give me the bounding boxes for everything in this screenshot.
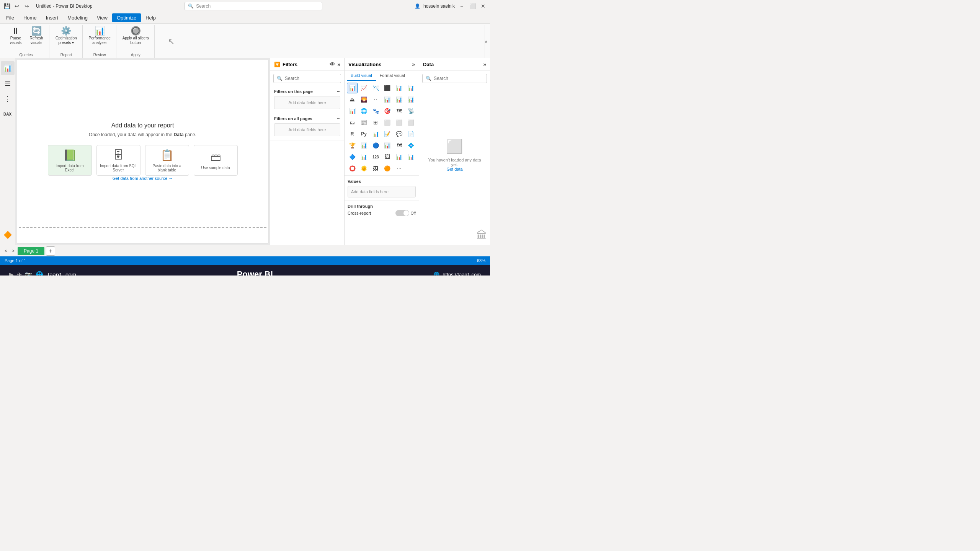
filters-search-input[interactable] bbox=[285, 76, 338, 81]
data-search-box[interactable]: 🔍 bbox=[422, 74, 487, 83]
viz-icon-more[interactable]: ··· bbox=[394, 163, 405, 174]
brand-web-icon[interactable]: 🌐 bbox=[36, 271, 43, 276]
restore-btn[interactable]: ⬜ bbox=[469, 2, 476, 10]
data-expand-icon[interactable]: » bbox=[483, 61, 486, 67]
viz-icon-21[interactable]: ⬜ bbox=[382, 117, 393, 128]
viz-icon-23[interactable]: ⬜ bbox=[405, 117, 416, 128]
optimization-presets-btn[interactable]: ⚙️ Optimizationpresets ▾ bbox=[53, 25, 79, 47]
page-1-tab[interactable]: Page 1 bbox=[18, 247, 44, 255]
viz-icon-34[interactable]: 🔷 bbox=[347, 152, 358, 162]
viz-icon-25[interactable]: 📝 bbox=[382, 129, 393, 139]
filters-all-pages-options[interactable]: ··· bbox=[337, 116, 340, 121]
viz-icon-40[interactable]: ⭕ bbox=[347, 163, 358, 174]
filters-on-page-options[interactable]: ··· bbox=[337, 89, 340, 94]
viz-icon-26[interactable]: 💬 bbox=[394, 129, 405, 139]
viz-icon-0[interactable]: 📊 bbox=[347, 83, 358, 93]
tab-format-visual[interactable]: Format visual bbox=[376, 71, 409, 81]
viz-icon-15[interactable]: 🎯 bbox=[382, 106, 393, 116]
data-search-input[interactable] bbox=[434, 76, 483, 81]
viz-icon-11[interactable]: 📊 bbox=[405, 94, 416, 105]
import-sql-card[interactable]: 🗄 Import data from SQL Server bbox=[96, 145, 140, 176]
ribbon-collapse-btn[interactable]: ∧ bbox=[485, 25, 487, 58]
viz-icon-3[interactable]: ⬛ bbox=[382, 83, 393, 93]
viz-icon-36[interactable]: 123 bbox=[370, 152, 381, 162]
viz-icon-35[interactable]: 📊 bbox=[359, 152, 369, 162]
dax-icon[interactable]: DAX bbox=[1, 107, 15, 121]
table-view-icon[interactable]: ☰ bbox=[1, 77, 15, 90]
viz-icon-5[interactable]: 📊 bbox=[405, 83, 416, 93]
menu-item-help[interactable]: Help bbox=[141, 13, 160, 22]
viz-icon-7[interactable]: 🌄 bbox=[359, 94, 369, 105]
filters-expand-icon[interactable]: » bbox=[337, 61, 340, 67]
viz-icon-37[interactable]: 🖼 bbox=[382, 152, 393, 162]
viz-icon-39[interactable]: 📊 bbox=[405, 152, 416, 162]
menu-item-view[interactable]: View bbox=[92, 13, 112, 22]
viz-icon-19[interactable]: 📰 bbox=[359, 117, 369, 128]
viz-icon-9[interactable]: 📊 bbox=[382, 94, 393, 105]
model-view-icon[interactable]: ⋮ bbox=[1, 92, 15, 106]
add-page-btn[interactable]: + bbox=[46, 246, 55, 256]
viz-icon-py[interactable]: Py bbox=[359, 129, 369, 139]
menu-item-modeling[interactable]: Modeling bbox=[63, 13, 92, 22]
paste-data-card[interactable]: 📋 Paste data into a blank table bbox=[145, 145, 189, 176]
cross-report-toggle[interactable] bbox=[395, 210, 409, 216]
brand-play-icon[interactable]: ▶ bbox=[9, 271, 14, 276]
viz-icon-14[interactable]: 🐾 bbox=[370, 106, 381, 116]
get-data-link[interactable]: Get data from another source → bbox=[113, 176, 173, 181]
viz-icon-43[interactable]: 🟠 bbox=[382, 163, 393, 174]
import-excel-card[interactable]: 📗 Import data from Excel bbox=[48, 145, 92, 176]
viz-icon-8[interactable]: 〰 bbox=[370, 94, 381, 105]
viz-icon-42[interactable]: 🖼 bbox=[370, 163, 381, 174]
refresh-visuals-btn[interactable]: 🔄 Refreshvisuals bbox=[27, 25, 46, 47]
viz-icon-17[interactable]: 📡 bbox=[405, 106, 416, 116]
viz-icon-18[interactable]: 🗂 bbox=[347, 117, 358, 128]
menu-item-insert[interactable]: Insert bbox=[41, 13, 63, 22]
viz-icon-12[interactable]: 📊 bbox=[347, 106, 358, 116]
pause-visuals-btn[interactable]: ⏸ Pausevisuals bbox=[6, 25, 25, 47]
viz-icon-1[interactable]: 📈 bbox=[359, 83, 369, 93]
page-nav-prev[interactable]: < bbox=[3, 248, 9, 254]
viz-icon-10[interactable]: 📊 bbox=[394, 94, 405, 105]
get-data-button[interactable]: Get data bbox=[446, 167, 462, 171]
menu-item-file[interactable]: File bbox=[2, 13, 19, 22]
viz-icon-24[interactable]: 📊 bbox=[370, 129, 381, 139]
report-view-icon[interactable]: 📊 bbox=[1, 61, 15, 75]
viz-icon-30[interactable]: 🔵 bbox=[370, 140, 381, 151]
viz-icon-29[interactable]: 📊 bbox=[359, 140, 369, 151]
viz-icon-6[interactable]: ⛰ bbox=[347, 94, 358, 105]
filters-search-box[interactable]: 🔍 bbox=[273, 74, 341, 83]
brand-instagram-icon[interactable]: 📷 bbox=[25, 271, 33, 276]
brand-url[interactable]: https://taap1.com bbox=[443, 272, 481, 276]
viz-icon-38[interactable]: 📊 bbox=[394, 152, 405, 162]
viz-expand-icon[interactable]: » bbox=[412, 61, 415, 67]
filters-eye-icon[interactable]: 👁 bbox=[330, 61, 335, 67]
viz-icon-41[interactable]: 🌞 bbox=[359, 163, 369, 174]
viz-icon-20[interactable]: ⊞ bbox=[370, 117, 381, 128]
minimize-btn[interactable]: − bbox=[458, 2, 466, 10]
close-btn[interactable]: ✕ bbox=[479, 2, 487, 10]
tab-build-visual[interactable]: Build visual bbox=[347, 71, 376, 81]
viz-icon-22[interactable]: ⬜ bbox=[394, 117, 405, 128]
apply-slicers-btn[interactable]: 🔘 Apply all slicersbutton bbox=[120, 25, 151, 47]
viz-icon-13[interactable]: 🌐 bbox=[359, 106, 369, 116]
menu-item-optimize[interactable]: Optimize bbox=[112, 13, 141, 22]
search-box[interactable]: 🔍 Search bbox=[185, 2, 322, 10]
viz-icon-32[interactable]: 🗺 bbox=[394, 140, 405, 151]
page-nav-next[interactable]: > bbox=[10, 248, 16, 254]
viz-icon-33[interactable]: 💠 bbox=[405, 140, 416, 151]
viz-icon-27[interactable]: 📄 bbox=[405, 129, 416, 139]
performance-analyzer-btn[interactable]: 📊 Performanceanalyzer bbox=[87, 25, 113, 47]
canvas-inner[interactable]: Add data to your report Once loaded, you… bbox=[17, 60, 268, 243]
redo-icon[interactable]: ↪ bbox=[23, 2, 31, 10]
viz-icon-r[interactable]: R bbox=[347, 129, 358, 139]
viz-icon-2[interactable]: 📉 bbox=[370, 83, 381, 93]
viz-icon-28[interactable]: 🏆 bbox=[347, 140, 358, 151]
sample-data-card[interactable]: 🗃 Use sample data bbox=[194, 145, 238, 176]
menu-item-home[interactable]: Home bbox=[19, 13, 41, 22]
viz-icon-16[interactable]: 🗺 bbox=[394, 106, 405, 116]
viz-icon-31[interactable]: 📊 bbox=[382, 140, 393, 151]
viz-icon-4[interactable]: 📊 bbox=[394, 83, 405, 93]
brand-telegram-icon[interactable]: ✈ bbox=[17, 271, 22, 276]
save-icon[interactable]: 💾 bbox=[3, 2, 11, 10]
undo-icon[interactable]: ↩ bbox=[13, 2, 21, 10]
